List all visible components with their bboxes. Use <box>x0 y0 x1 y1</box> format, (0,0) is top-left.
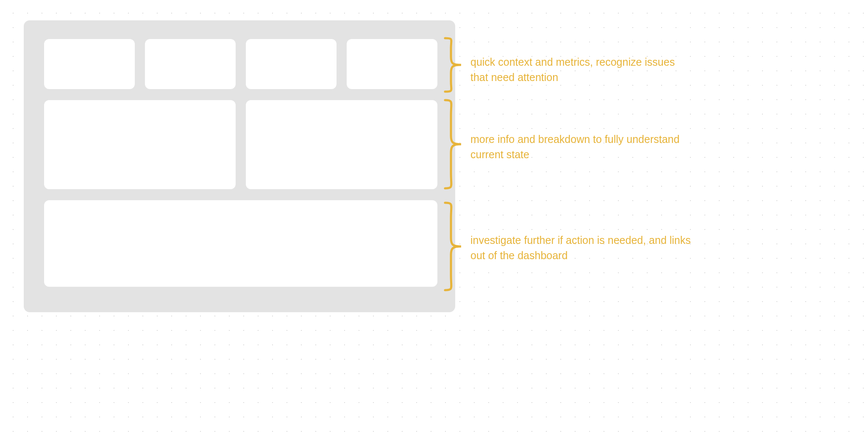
annotation-breakdown: more info and breakdown to fully underst… <box>470 131 691 162</box>
breakdown-row <box>44 100 437 189</box>
dashboard-wireframe <box>24 20 455 312</box>
annotation-investigate: investigate further if action is needed,… <box>470 232 691 263</box>
breakdown-card <box>246 100 437 189</box>
metric-card <box>246 39 337 89</box>
investigate-card <box>44 200 437 287</box>
annotation-metrics: quick context and metrics, recognize iss… <box>470 54 691 85</box>
metrics-row <box>44 39 437 89</box>
metric-card <box>347 39 437 89</box>
metric-card <box>145 39 236 89</box>
breakdown-card <box>44 100 236 189</box>
metric-card <box>44 39 135 89</box>
investigate-row <box>44 200 437 287</box>
